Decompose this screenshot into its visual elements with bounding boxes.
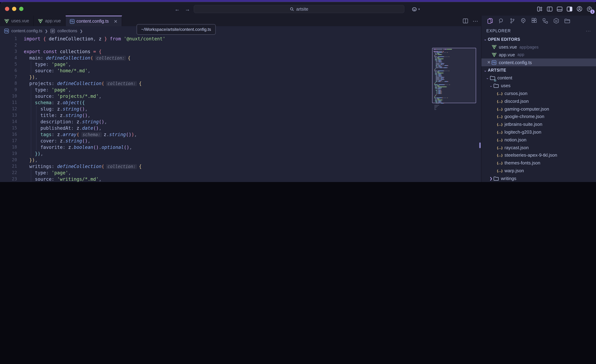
code-line-6[interactable]: 6 source: 'home/*.md', [0,67,481,74]
minimap-line-mark [436,82,436,83]
code-line-1[interactable]: 1import { defineCollection, z } from '@n… [0,36,481,42]
tree-item-raycast.json[interactable]: {…}raycast.json [481,144,596,151]
breadcrumb-file[interactable]: content.config.ts [11,28,42,33]
tree-item-steelseries-apex-9-tkl.json[interactable]: {…}steelseries-apex-9-tkl.json [481,151,596,159]
project-folder-icon[interactable] [564,18,570,24]
line-number: 9 [0,87,17,92]
customize-layout-icon[interactable] [537,6,543,12]
container-icon[interactable] [553,18,559,24]
code-line-19[interactable]: 19 }), [0,150,481,157]
code-line-2[interactable]: 2 [0,42,481,48]
tab-app.vue[interactable]: app.vue [34,16,66,26]
tree-item-google-chrome.json[interactable]: {…}google-chrome.json [481,113,596,121]
code-line-20[interactable]: 20 }), [0,157,481,163]
minimap-line-mark [444,77,445,78]
chevron-icon: ⌄ [485,76,490,80]
minimap-line-mark [441,92,442,93]
tree-item-logitech-g203.json[interactable]: {…}logitech-g203.json [481,128,596,136]
breadcrumb[interactable]: TS content.config.ts ❯ collections ❯ ~/W… [0,26,481,36]
editor-more-actions-icon[interactable]: ⋯ [473,18,478,24]
inlay-hint: schema: [81,132,102,137]
breadcrumb-symbol[interactable]: collections [58,28,77,33]
tree-item-notion.json[interactable]: {…}notion.json [481,136,596,144]
hierarchy-icon[interactable] [542,18,548,24]
source-control-icon[interactable] [509,18,515,24]
close-tab-icon[interactable]: ✕ [114,19,118,24]
search-icon [290,7,294,11]
tree-item-gaming-computer.json[interactable]: {…}gaming-computer.json [481,105,596,113]
tree-item-warp.json[interactable]: {…}warp.json [481,167,596,175]
tree-item-content.config.ts[interactable]: ✕TScontent.config.ts [481,59,596,66]
code-line-12[interactable]: 12 slug: z.string(), [0,106,481,112]
activity-bar [481,16,596,26]
search-icon[interactable] [498,18,505,24]
code-line-5[interactable]: 5 type: 'page', [0,61,481,67]
extensions-icon[interactable] [531,18,537,24]
code-line-11[interactable]: 11 schema: z.object({ [0,99,481,106]
maximize-window-button[interactable] [19,7,23,11]
line-number: 20 [0,157,17,162]
tree-item-jetbrains-suite.json[interactable]: {…}jetbrains-suite.json [481,121,596,128]
code-line-13[interactable]: 13 title: z.string(), [0,112,481,118]
tree-item-themes-fonts.json[interactable]: {…}themes-fonts.json [481,159,596,167]
minimap-line-mark [441,79,443,80]
vue-file-icon [4,19,9,23]
code-line-21[interactable]: 21 writings: defineCollection(collection… [0,163,481,169]
tab-uses.vue[interactable]: uses.vue [0,16,34,26]
minimap-line-mark [434,108,436,109]
command-center-search[interactable]: artsite [194,5,404,13]
tree-item-content[interactable]: ⌄▤content [481,74,596,82]
minimap-line-mark [442,76,442,77]
close-window-button[interactable] [5,7,9,11]
code-editor[interactable]: 1import { defineCollection, z } from '@n… [0,36,481,182]
minimap-line-mark [447,65,447,66]
code-line-8[interactable]: 8 projects: defineCollection(collection:… [0,80,481,87]
history-back-button[interactable]: ← [175,6,180,12]
split-editor-icon[interactable] [463,18,468,24]
editor-column: uses.vueapp.vueTScontent.config.ts✕⋯ TS … [0,16,481,182]
tab-content.config.ts[interactable]: TScontent.config.ts✕ [66,16,122,26]
minimap-line-mark [439,99,440,99]
code-line-15[interactable]: 15 publishedAt: z.date(), [0,125,481,131]
testing-icon[interactable] [520,18,527,24]
tree-item-discord.json[interactable]: {…}discord.json [481,97,596,105]
minimap[interactable] [432,36,478,182]
minimize-window-button[interactable] [12,7,16,11]
code-line-18[interactable]: 18 favorite: z.boolean().optional(), [0,144,481,150]
minimap-line-mark [435,69,435,70]
sidebar-resize-handle[interactable] [479,142,481,148]
history-forward-button[interactable]: → [185,6,190,12]
json-icon: {…} [497,168,502,173]
copilot-menu[interactable]: ▾ [411,5,420,13]
code-line-3[interactable]: 3export const collections = { [0,48,481,55]
close-editor-icon[interactable]: ✕ [486,60,491,65]
tree-item-writings[interactable]: ❯writings [481,175,596,182]
code-line-14[interactable]: 14 description: z.string(), [0,118,481,125]
minimap-viewport[interactable] [432,48,476,103]
code-line-7[interactable]: 7 }), [0,74,481,80]
code-line-17[interactable]: 17 cover: z.string(), [0,138,481,144]
line-number: 14 [0,119,17,124]
code-line-9[interactable]: 9 type: 'page', [0,87,481,93]
tree-item-cursos.json[interactable]: {…}cursos.json [481,89,596,97]
code-line-22[interactable]: 22 type: 'page', [0,169,481,176]
toggle-left-sidebar-icon[interactable] [547,6,553,12]
explorer-icon[interactable] [487,18,493,24]
code-line-10[interactable]: 10 source: 'projects/*.md', [0,93,481,99]
more-actions-icon[interactable]: ··· [586,29,591,33]
tree-item-uses[interactable]: ⌄uses [481,82,596,90]
section-open-editors[interactable]: ⌄OPEN EDITORS [481,36,596,43]
toggle-right-sidebar-icon[interactable] [566,6,573,12]
code-line-4[interactable]: 4 main: defineCollection(collection:{ [0,55,481,61]
toggle-panel-icon[interactable] [557,6,563,12]
minimap-line-mark [435,53,436,54]
traffic-lights[interactable] [5,7,26,11]
code-line-16[interactable]: 16 tags: z.array(schema:z.string()), [0,131,481,138]
account-icon[interactable] [576,6,582,12]
settings-icon[interactable]: 1 [586,6,592,12]
code-line-23[interactable]: 23 source: 'writings/*.md', [0,176,481,182]
section-artsite[interactable]: ⌄ARTSITE [481,66,596,74]
tree-item-app.vue[interactable]: app.vueapp [481,51,596,59]
minimap-line-mark [433,49,436,50]
tree-item-uses.vue[interactable]: uses.vueapp/pages [481,43,596,51]
